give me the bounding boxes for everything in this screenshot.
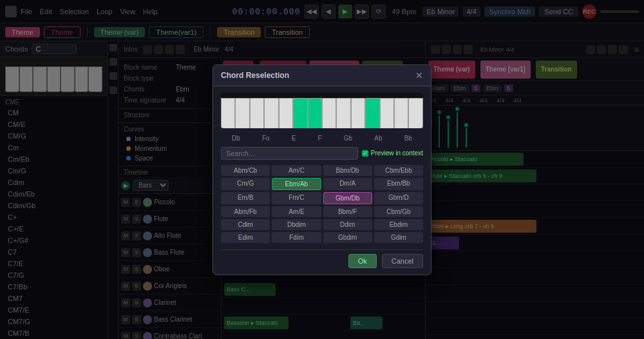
piano-key-d[interactable] [235, 98, 249, 128]
preview-label: Preview in context [371, 150, 423, 157]
note-bb: Bb [404, 135, 412, 142]
modal-header: Chord Reselection ✕ [213, 65, 431, 86]
piano-key-b[interactable] [322, 98, 336, 128]
chord-cell-2-0[interactable]: Em/B [221, 192, 270, 204]
chord-cell-4-2[interactable]: Ddim [323, 219, 372, 230]
modal-footer: Ok Cancel [221, 249, 423, 268]
chord-cell-3-2[interactable]: Bbm/F [323, 206, 372, 217]
piano-key-d2[interactable] [351, 98, 365, 128]
modal-title: Chord Reselection [221, 71, 289, 80]
chord-cell-5-1[interactable]: Fdim [272, 232, 321, 243]
modal-overlay[interactable]: Chord Reselection ✕ [0, 0, 644, 339]
note-gb: Gb [344, 135, 352, 142]
chord-cell-2-2[interactable]: Gbm/Db [323, 192, 372, 204]
chord-cell-0-0[interactable]: Abm/Cb [221, 165, 270, 176]
chord-cell-0-1[interactable]: Am/C [272, 165, 321, 176]
chord-cell-5-0[interactable]: Edim [221, 232, 270, 243]
modal-cancel-button[interactable]: Cancel [382, 254, 423, 268]
chord-cell-5-2[interactable]: Gbdim [323, 232, 372, 243]
modal-ok-button[interactable]: Ok [348, 254, 377, 268]
piano-key-eb[interactable] [365, 98, 379, 128]
modal-search-input[interactable] [221, 147, 358, 160]
chord-cell-4-3[interactable]: Ebdim [374, 219, 423, 230]
note-ab: Ab [374, 135, 382, 142]
chord-cell-1-3[interactable]: Ebm/Bb [374, 178, 423, 190]
piano-key-g[interactable] [279, 98, 293, 128]
piano-key-e[interactable] [250, 98, 264, 128]
piano-key-e2[interactable] [380, 98, 394, 128]
chord-cell-4-0[interactable]: Cdim [221, 219, 270, 230]
chord-cell-3-3[interactable]: Cbm/Gb [374, 206, 423, 217]
preview-checkbox[interactable]: ✓ [362, 150, 368, 157]
chord-cell-2-1[interactable]: Fm/C [272, 192, 321, 204]
note-db: Db [232, 135, 240, 142]
chord-cell-5-3[interactable]: Gdim [374, 232, 423, 243]
chord-reselection-modal: Chord Reselection ✕ [213, 64, 431, 275]
note-labels: Db Fo E F Gb Ab Bb [221, 135, 423, 142]
chord-cell-3-0[interactable]: Abm/Fb [221, 206, 270, 217]
chord-cell-1-1[interactable]: Ebm/Ab [272, 178, 321, 190]
note-fo: Fo [262, 135, 270, 142]
piano-key-f[interactable] [264, 98, 278, 128]
modal-close-button[interactable]: ✕ [415, 70, 423, 81]
chord-cell-0-3[interactable]: Cbm/Ebb [374, 165, 423, 176]
note-e: E [292, 135, 296, 142]
piano-key-ab[interactable] [293, 98, 307, 128]
piano-key-f2[interactable] [394, 98, 408, 128]
preview-check[interactable]: ✓ Preview in context [362, 150, 423, 157]
chord-cell-1-2[interactable]: Dm/A [323, 178, 372, 190]
chord-grid: Abm/Cb Am/C Bbm/Db Cbm/Ebb Cm/G Ebm/Ab D… [221, 165, 423, 243]
chord-cell-1-0[interactable]: Cm/G [221, 178, 270, 190]
chord-cell-2-3[interactable]: Gbm/D [374, 192, 423, 204]
piano-key-c2[interactable] [336, 98, 350, 128]
chord-cell-3-1[interactable]: Am/E [272, 206, 321, 217]
modal-search: ✓ Preview in context [221, 147, 423, 160]
piano-key-c[interactable] [221, 98, 235, 128]
chord-cell-0-2[interactable]: Bbm/Db [323, 165, 372, 176]
piano-key-a[interactable] [308, 98, 322, 128]
modal-piano[interactable] [221, 93, 423, 128]
chord-cell-4-1[interactable]: Dbdim [272, 219, 321, 230]
modal-body: Db Fo E F Gb Ab Bb ✓ Preview in context … [213, 86, 431, 275]
note-f: F [318, 135, 322, 142]
piano-key-g2[interactable] [408, 98, 422, 128]
